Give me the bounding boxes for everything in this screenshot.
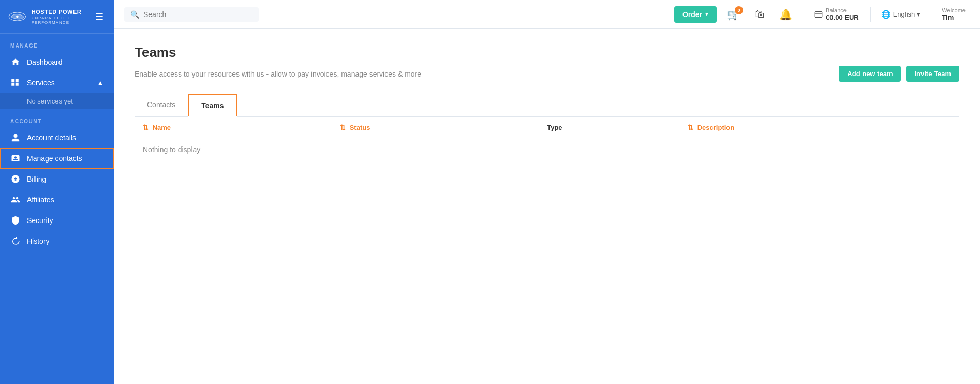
tabs-container: Contacts Teams: [135, 94, 959, 117]
chevron-up-icon: ▲: [97, 79, 103, 86]
sidebar-item-manage-contacts[interactable]: Manage contacts: [0, 148, 114, 169]
sidebar-item-security[interactable]: Security: [0, 210, 114, 231]
affiliates-label: Affiliates: [27, 196, 54, 204]
dashboard-label: Dashboard: [27, 58, 63, 66]
people-icon: [10, 195, 21, 205]
clock-icon: [10, 236, 21, 246]
billing-label: Billing: [27, 175, 46, 183]
brand-tagline: UNPARALLELED PERFORMANCE: [32, 16, 88, 25]
page-description-row: Enable access to your resources with us …: [135, 66, 959, 82]
cart-button[interactable]: 🛍: [750, 6, 769, 22]
security-label: Security: [27, 216, 53, 225]
notifications-button[interactable]: 🛒 0: [723, 6, 744, 23]
sidebar-item-account-details[interactable]: Account details: [0, 127, 114, 148]
manage-contacts-label: Manage contacts: [27, 154, 82, 163]
alert-button[interactable]: 🔔: [775, 6, 796, 23]
manage-section-label: MANAGE: [0, 34, 114, 52]
page-description-text: Enable access to your resources with us …: [135, 70, 421, 78]
sidebar-item-services[interactable]: Services ▲: [0, 72, 114, 93]
order-chevron-icon: ▾: [705, 11, 708, 18]
col-description[interactable]: ⇅ Description: [679, 117, 959, 138]
logo-area: HOSTED POWER UNPARALLELED PERFORMANCE ☰: [0, 0, 114, 34]
page-actions: Add new team Invite Team: [839, 66, 959, 82]
hamburger-button[interactable]: ☰: [93, 9, 106, 24]
table-empty-row: Nothing to display: [135, 138, 959, 161]
page-title: Teams: [135, 45, 959, 61]
sort-icon-name: ⇅: [143, 124, 149, 131]
search-wrapper[interactable]: 🔍: [124, 7, 259, 22]
language-chevron-icon: ▾: [917, 10, 920, 18]
order-button[interactable]: Order ▾: [674, 6, 717, 23]
globe-icon: 🌐: [881, 10, 891, 19]
divider-3: [931, 7, 931, 22]
services-empty-message: No services yet: [0, 93, 114, 109]
dollar-icon: [10, 174, 21, 184]
cart-icon: 🛍: [754, 8, 765, 20]
alert-icon: 🔔: [779, 9, 792, 20]
user-name: Tim: [942, 13, 966, 21]
tab-teams[interactable]: Teams: [188, 94, 237, 117]
col-status[interactable]: ⇅ Status: [332, 117, 539, 138]
topbar: 🔍 Order ▾ 🛒 0 🛍 🔔 Balance €0.00 EUR: [114, 0, 980, 29]
welcome-section: Welcome Tim: [938, 7, 970, 21]
language-selector[interactable]: 🌐 English ▾: [877, 10, 925, 19]
balance-amount: €0.00 EUR: [826, 13, 859, 21]
balance-section: Balance €0.00 EUR: [809, 7, 864, 21]
svg-rect-2: [815, 11, 822, 17]
col-type: Type: [539, 117, 679, 138]
sidebar: HOSTED POWER UNPARALLELED PERFORMANCE ☰ …: [0, 0, 114, 384]
notification-badge: 0: [735, 6, 743, 14]
balance-label: Balance: [826, 7, 859, 13]
divider-1: [803, 7, 803, 22]
services-label: Services: [27, 79, 97, 87]
balance-icon: [814, 10, 823, 19]
sort-icon-description: ⇅: [688, 124, 693, 131]
sort-icon-status: ⇅: [340, 124, 346, 131]
history-label: History: [27, 237, 50, 245]
account-section-label: ACCOUNT: [0, 109, 114, 127]
main-content: Teams Enable access to your resources wi…: [114, 29, 980, 384]
sidebar-item-affiliates[interactable]: Affiliates: [0, 189, 114, 210]
account-details-label: Account details: [27, 134, 76, 142]
sidebar-item-billing[interactable]: Billing: [0, 169, 114, 189]
tab-contacts[interactable]: Contacts: [135, 94, 188, 117]
language-label: English: [893, 10, 915, 18]
search-icon: 🔍: [130, 10, 139, 19]
add-new-team-button[interactable]: Add new team: [839, 66, 901, 82]
brand-logo: [8, 7, 26, 26]
search-input[interactable]: [143, 10, 253, 19]
main-wrapper: 🔍 Order ▾ 🛒 0 🛍 🔔 Balance €0.00 EUR: [114, 0, 980, 384]
sidebar-item-dashboard[interactable]: Dashboard: [0, 52, 114, 72]
grid-icon: [10, 78, 21, 88]
invite-team-button[interactable]: Invite Team: [906, 66, 959, 82]
teams-table: ⇅ Name ⇅ Status Type ⇅ Description: [135, 117, 959, 161]
order-label: Order: [682, 10, 702, 19]
card-icon: [10, 153, 21, 164]
home-icon: [10, 57, 21, 67]
sidebar-item-history[interactable]: History: [0, 231, 114, 252]
svg-point-1: [16, 16, 19, 18]
shield-icon: [10, 215, 21, 226]
col-name[interactable]: ⇅ Name: [135, 117, 332, 138]
divider-2: [870, 7, 871, 22]
person-icon: [10, 132, 21, 143]
table-empty-message: Nothing to display: [135, 138, 959, 161]
welcome-label: Welcome: [942, 7, 966, 13]
brand-name: HOSTED POWER: [32, 8, 88, 16]
